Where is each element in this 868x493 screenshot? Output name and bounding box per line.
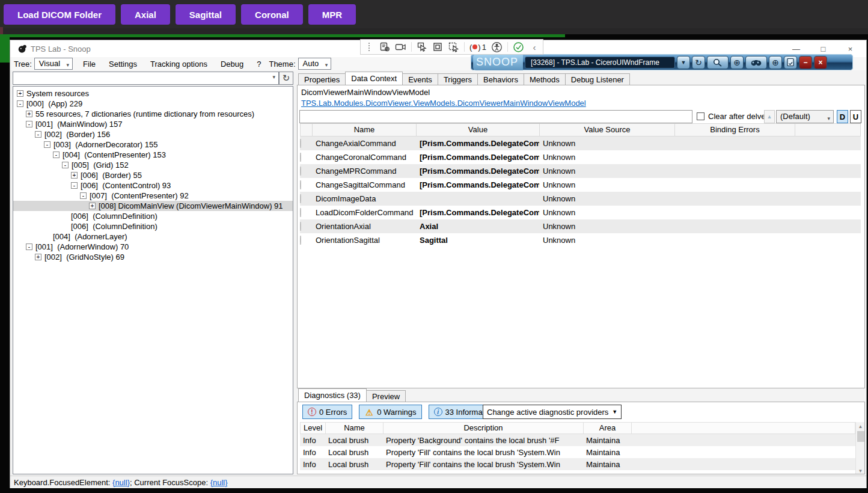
validation-check-icon[interactable]: [513, 41, 524, 53]
breakpoint-indicator[interactable]: ()1: [469, 41, 486, 53]
column-header-name[interactable]: Name: [326, 423, 384, 433]
column-header-value-source[interactable]: Value Source: [540, 124, 675, 136]
tree-item[interactable]: +[008] DicomMainView (DicomViewerMainWin…: [13, 201, 293, 211]
collapse-toggle[interactable]: -: [35, 131, 41, 138]
diagnostic-providers-dropdown[interactable]: Change active diagnostic providers ▼: [483, 405, 622, 419]
tree-item[interactable]: -[001] (AdornerWindow) 70: [13, 242, 293, 252]
tree-item[interactable]: +[002] (GridNoStyle) 69: [13, 252, 293, 262]
column-header-level[interactable]: Level: [301, 423, 326, 433]
tab-behaviors[interactable]: Behaviors: [477, 73, 524, 85]
target-window-selector[interactable]: [33268] - TPS.Lab - CiceroUIWndFrame: [525, 57, 675, 69]
tree-item[interactable]: -[003] (AdornerDecorator) 155: [13, 139, 293, 150]
tree-item[interactable]: -[007] (ContentPresenter) 92: [13, 191, 293, 201]
refresh-button[interactable]: ↻: [692, 56, 705, 69]
column-header-blank[interactable]: [632, 423, 856, 433]
bounds-box-icon[interactable]: [432, 41, 443, 53]
property-value[interactable]: Sagittal: [416, 236, 539, 245]
tree-item[interactable]: +[006] (Border) 55: [13, 170, 293, 180]
expand-toggle[interactable]: +: [17, 90, 23, 97]
tree-item[interactable]: -[004] (ContentPresenter) 153: [13, 150, 293, 160]
expand-toggle[interactable]: +: [26, 111, 32, 117]
focused-element-link[interactable]: {null}: [112, 478, 130, 487]
column-header-blank[interactable]: [795, 124, 861, 136]
tree-item[interactable]: -[002] (Border) 156: [13, 129, 293, 139]
collapse-toggle[interactable]: -: [53, 152, 60, 158]
tree-item[interactable]: -[005] (Grid) 152: [13, 160, 293, 170]
undelve-button[interactable]: U: [850, 110, 861, 123]
scroll-up-arrow[interactable]: ▲: [856, 422, 865, 430]
property-row[interactable]: LoadDicomFolderCommand[Prism.Commands.De…: [300, 206, 861, 219]
menu-debug[interactable]: Debug: [214, 60, 250, 69]
filter-preset-combobox[interactable]: (Default): [776, 110, 834, 123]
magnifier-button[interactable]: [707, 56, 729, 69]
column-header-value[interactable]: Value: [417, 124, 540, 136]
tree-item[interactable]: -[006] (ContentControl) 93: [13, 180, 293, 191]
warnings-filter-button[interactable]: ⚠0 Warnings: [359, 405, 421, 419]
diagnostic-row[interactable]: InfoLocal brushProperty 'Background' con…: [300, 434, 855, 446]
menu-settings[interactable]: Settings: [102, 60, 144, 69]
property-row[interactable]: ChangeSagittalCommand[Prism.Commands.Del…: [300, 178, 861, 192]
diag-tab-diagnostics-33-[interactable]: Diagnostics (33): [298, 388, 367, 402]
collapse-chevron-icon[interactable]: ‹: [529, 41, 540, 53]
viewmodel-class-link[interactable]: TPS.Lab.Modules.DicomViewer.ViewModels.D…: [301, 99, 586, 108]
collapse-toggle[interactable]: -: [17, 100, 23, 107]
column-header-name[interactable]: Name: [313, 124, 417, 136]
collapse-toggle[interactable]: -: [44, 141, 50, 148]
tree-item[interactable]: [006] (ColumnDefinition): [13, 221, 293, 231]
binoculars-button[interactable]: [745, 56, 767, 69]
diag-tab-preview[interactable]: Preview: [366, 390, 406, 402]
expand-toggle[interactable]: +: [71, 172, 78, 179]
property-value[interactable]: [Prism.Commands.DelegateCommand]: [416, 139, 539, 148]
axial-button[interactable]: Axial: [121, 4, 170, 25]
crosshair-button[interactable]: ⊕: [730, 56, 744, 69]
pointer-icon[interactable]: [417, 41, 427, 53]
mpr-button[interactable]: MPR: [308, 4, 356, 25]
tree-item[interactable]: -[000] (App) 229: [13, 99, 293, 109]
crosshair-secondary-button[interactable]: ⊕: [769, 56, 782, 69]
tree-filter-input[interactable]: [13, 72, 278, 84]
expand-toggle[interactable]: +: [35, 254, 41, 260]
errors-filter-button[interactable]: !0 Errors: [302, 405, 352, 419]
filter-up-button[interactable]: ▲: [764, 110, 775, 123]
tab-data-context[interactable]: Data Context: [345, 72, 403, 85]
property-row[interactable]: DicomImageDataUnknown: [300, 192, 861, 206]
property-filter-input[interactable]: [299, 110, 692, 123]
property-value[interactable]: [Prism.Commands.DelegateCommand]: [416, 180, 539, 189]
sagittal-button[interactable]: Sagittal: [176, 4, 236, 25]
focus-scope-link[interactable]: {null}: [210, 478, 228, 487]
refresh-tree-button[interactable]: ↻: [279, 72, 293, 85]
tree-filter-combobox[interactable]: [13, 72, 279, 85]
menu-file[interactable]: File: [76, 60, 102, 69]
collapse-toggle[interactable]: -: [26, 243, 32, 250]
diagnostic-row[interactable]: InfoLocal brushProperty 'Fill' contains …: [300, 470, 855, 474]
property-row[interactable]: ChangeCoronalCommand[Prism.Commands.Dele…: [300, 150, 861, 164]
tab-properties[interactable]: Properties: [298, 73, 346, 85]
toolbar-grip[interactable]: [364, 41, 374, 53]
collapse-toggle[interactable]: -: [26, 121, 32, 127]
column-header-blank[interactable]: [301, 124, 313, 136]
delve-button[interactable]: D: [837, 110, 848, 123]
column-header-description[interactable]: Description: [384, 423, 584, 433]
scroll-down-arrow[interactable]: ▼: [856, 467, 865, 474]
tab-events[interactable]: Events: [402, 73, 438, 85]
accessibility-icon[interactable]: [491, 41, 503, 53]
tree-item[interactable]: [006] (ColumnDefinition): [13, 211, 293, 221]
snoop-minimize-button[interactable]: −: [799, 56, 812, 69]
tree-item[interactable]: +System resources: [13, 88, 293, 99]
visual-tree-view[interactable]: +System resources-[000] (App) 229+55 res…: [13, 86, 293, 474]
tab-triggers[interactable]: Triggers: [438, 73, 478, 85]
diagnostic-row[interactable]: InfoLocal brushProperty 'Fill' contains …: [300, 458, 855, 470]
collapse-toggle[interactable]: -: [80, 192, 87, 199]
tab-debug-listener[interactable]: Debug Listener: [565, 73, 630, 85]
camera-icon[interactable]: [395, 41, 406, 53]
property-value[interactable]: Axial: [416, 222, 539, 231]
snoop-close-button[interactable]: ×: [814, 56, 827, 69]
property-row[interactable]: OrientationSagittalSagittalUnknown: [300, 233, 861, 247]
property-value[interactable]: [Prism.Commands.DelegateCommand]: [416, 208, 539, 217]
collapse-toggle[interactable]: -: [62, 162, 69, 168]
diagnostics-scrollbar[interactable]: ▲ ▼: [855, 422, 865, 474]
tree-mode-combobox[interactable]: Visual: [34, 58, 73, 70]
menu-tracking-options[interactable]: Tracking options: [144, 60, 214, 69]
tree-item[interactable]: +55 resources, 7 dictionaries (runtime d…: [13, 109, 293, 119]
select-element-icon[interactable]: [448, 41, 459, 53]
